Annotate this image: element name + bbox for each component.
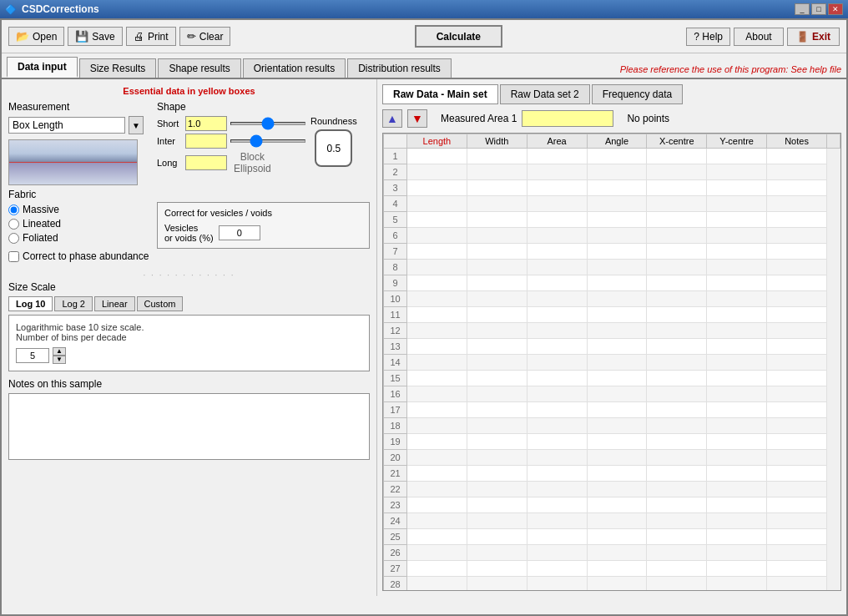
cell-notes[interactable]: [767, 418, 827, 434]
cell-notes[interactable]: [767, 577, 827, 592]
cell-width[interactable]: [467, 577, 527, 592]
scale-tab-log10[interactable]: Log 10: [8, 296, 53, 311]
minimize-button[interactable]: _: [795, 3, 810, 15]
cell-ycentre[interactable]: [707, 497, 767, 513]
dropdown-arrow-icon[interactable]: ▼: [129, 116, 144, 134]
cell-ycentre[interactable]: [707, 418, 767, 434]
cell-xcentre[interactable]: [647, 450, 707, 466]
cell-length[interactable]: [407, 434, 467, 450]
cell-angle[interactable]: [587, 323, 647, 339]
cell-width[interactable]: [467, 561, 527, 577]
cell-angle[interactable]: [587, 402, 647, 418]
cell-notes[interactable]: [767, 513, 827, 529]
cell-xcentre[interactable]: [647, 386, 707, 402]
cell-notes[interactable]: [767, 323, 827, 339]
cell-notes[interactable]: [767, 339, 827, 355]
cell-xcentre[interactable]: [647, 466, 707, 482]
add-row-up-button[interactable]: ▲: [382, 109, 402, 128]
cell-length[interactable]: [407, 355, 467, 371]
cell-xcentre[interactable]: [647, 434, 707, 450]
cell-angle[interactable]: [587, 180, 647, 196]
fabric-lineated-radio[interactable]: [8, 219, 19, 230]
cell-width[interactable]: [467, 371, 527, 386]
cell-angle[interactable]: [587, 513, 647, 529]
tab-shape-results[interactable]: Shape results: [158, 58, 240, 78]
cell-area[interactable]: [527, 228, 587, 244]
cell-ycentre[interactable]: [707, 402, 767, 418]
add-row-down-button[interactable]: ▼: [407, 109, 427, 128]
cell-angle[interactable]: [587, 196, 647, 212]
cell-xcentre[interactable]: [647, 323, 707, 339]
cell-xcentre[interactable]: [647, 339, 707, 355]
cell-width[interactable]: [467, 497, 527, 513]
cell-length[interactable]: [407, 260, 467, 275]
cell-length[interactable]: [407, 402, 467, 418]
cell-notes[interactable]: [767, 561, 827, 577]
cell-width[interactable]: [467, 466, 527, 482]
tab-orientation-results[interactable]: Orientation results: [243, 58, 346, 78]
cell-notes[interactable]: [767, 529, 827, 545]
cell-angle[interactable]: [587, 212, 647, 228]
cell-angle[interactable]: [587, 260, 647, 275]
scale-tab-custom[interactable]: Custom: [137, 296, 184, 311]
bins-input[interactable]: [16, 348, 49, 363]
shape-inter-input[interactable]: [185, 134, 227, 149]
cell-notes[interactable]: [767, 291, 827, 307]
cell-xcentre[interactable]: [647, 371, 707, 386]
phase-checkbox[interactable]: [8, 251, 19, 262]
cell-width[interactable]: [467, 244, 527, 260]
cell-width[interactable]: [467, 149, 527, 164]
cell-length[interactable]: [407, 482, 467, 497]
cell-xcentre[interactable]: [647, 529, 707, 545]
cell-length[interactable]: [407, 228, 467, 244]
vesicles-input[interactable]: [219, 225, 260, 240]
cell-area[interactable]: [527, 244, 587, 260]
cell-notes[interactable]: [767, 386, 827, 402]
cell-area[interactable]: [527, 371, 587, 386]
shape-long-input[interactable]: [185, 155, 227, 170]
cell-area[interactable]: [527, 260, 587, 275]
cell-length[interactable]: [407, 244, 467, 260]
cell-notes[interactable]: [767, 371, 827, 386]
cell-length[interactable]: [407, 323, 467, 339]
cell-width[interactable]: [467, 482, 527, 497]
tab-size-results[interactable]: Size Results: [79, 58, 157, 78]
cell-width[interactable]: [467, 418, 527, 434]
cell-width[interactable]: [467, 212, 527, 228]
cell-angle[interactable]: [587, 371, 647, 386]
cell-width[interactable]: [467, 260, 527, 275]
cell-length[interactable]: [407, 497, 467, 513]
tab-data-input[interactable]: Data input: [7, 57, 78, 78]
cell-xcentre[interactable]: [647, 244, 707, 260]
cell-width[interactable]: [467, 291, 527, 307]
cell-ycentre[interactable]: [707, 466, 767, 482]
cell-area[interactable]: [527, 180, 587, 196]
cell-ycentre[interactable]: [707, 529, 767, 545]
cell-angle[interactable]: [587, 450, 647, 466]
cell-width[interactable]: [467, 529, 527, 545]
cell-xcentre[interactable]: [647, 482, 707, 497]
cell-ycentre[interactable]: [707, 164, 767, 180]
cell-xcentre[interactable]: [647, 545, 707, 561]
cell-angle[interactable]: [587, 482, 647, 497]
cell-length[interactable]: [407, 466, 467, 482]
cell-area[interactable]: [527, 307, 587, 323]
cell-angle[interactable]: [587, 355, 647, 371]
close-button[interactable]: ✕: [828, 3, 843, 15]
cell-area[interactable]: [527, 149, 587, 164]
cell-area[interactable]: [527, 323, 587, 339]
cell-width[interactable]: [467, 307, 527, 323]
cell-width[interactable]: [467, 339, 527, 355]
cell-angle[interactable]: [587, 561, 647, 577]
cell-width[interactable]: [467, 402, 527, 418]
cell-xcentre[interactable]: [647, 355, 707, 371]
cell-notes[interactable]: [767, 260, 827, 275]
cell-ycentre[interactable]: [707, 434, 767, 450]
cell-area[interactable]: [527, 497, 587, 513]
cell-ycentre[interactable]: [707, 386, 767, 402]
cell-xcentre[interactable]: [647, 228, 707, 244]
cell-notes[interactable]: [767, 244, 827, 260]
cell-ycentre[interactable]: [707, 545, 767, 561]
calculate-button[interactable]: Calculate: [415, 25, 502, 48]
measured-area-input[interactable]: [522, 110, 613, 127]
